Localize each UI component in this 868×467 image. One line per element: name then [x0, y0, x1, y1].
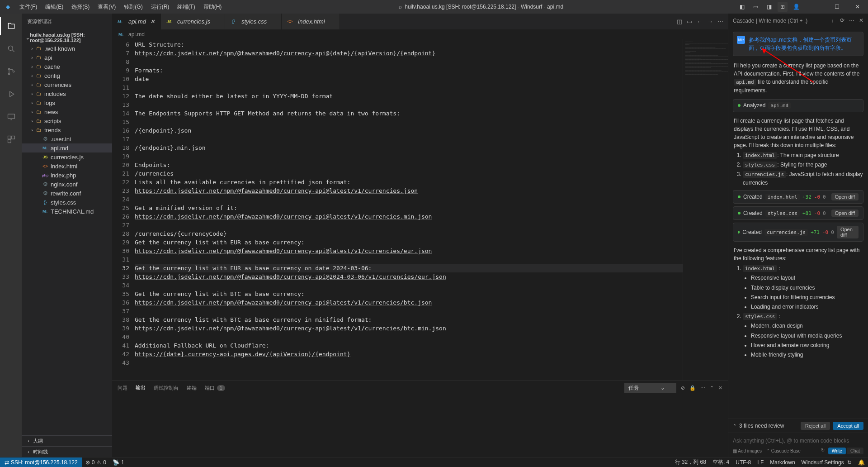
code-line[interactable]: /currencies/{currencyCode} — [135, 229, 683, 238]
new-chat-icon[interactable]: ＋ — [830, 17, 835, 25]
folder-item[interactable]: ›🗀news — [22, 107, 112, 116]
file-item[interactable]: ⚙rewrite.conf — [22, 189, 112, 198]
model-selector[interactable]: ⌃ Cascade Base — [766, 448, 801, 453]
code-line[interactable] — [135, 333, 683, 341]
code-line[interactable]: Additional Fallback URL on Cloudflare: — [135, 341, 683, 350]
panel-tab[interactable]: 问题 — [118, 383, 127, 393]
panel-clear-icon[interactable]: ⊘ — [681, 385, 685, 391]
tab-close-icon[interactable]: ✕ — [149, 18, 156, 25]
file-item[interactable]: ⚙nginx.conf — [22, 180, 112, 189]
code-line[interactable]: The date should either be latest or in Y… — [135, 92, 683, 100]
cascade-close-icon[interactable]: ✕ — [859, 17, 863, 25]
account-icon[interactable]: 👤 — [791, 2, 801, 12]
code-line[interactable]: https://cdn.jsdelivr.net/npm/@fawazahmed… — [135, 49, 683, 57]
code-line[interactable] — [135, 221, 683, 229]
code-line[interactable]: https://cdn.jsdelivr.net/npm/@fawazahmed… — [135, 212, 683, 221]
reject-all-button[interactable]: Reject all — [801, 422, 830, 430]
indent-status[interactable]: 空格: 4 — [709, 458, 732, 466]
panel-tab[interactable]: 输出 — [136, 382, 146, 393]
panel-lock-icon[interactable]: 🔒 — [689, 385, 696, 391]
editor-tab[interactable]: M↓api.md✕ — [112, 14, 161, 29]
task-dropdown[interactable]: 任务 ⌄ — [624, 383, 676, 393]
code-line[interactable] — [135, 255, 683, 264]
created-file-action[interactable]: Created styles.css +81 -0 0Open diff — [733, 206, 863, 220]
chat-mode-button[interactable]: Chat — [847, 448, 863, 454]
remote-status[interactable]: ⇄ SSH: root@156.225.18.122 — [0, 457, 82, 467]
extensions-activity[interactable] — [0, 130, 22, 148]
add-images-button[interactable]: ▦ Add images — [733, 448, 762, 453]
editor-tab[interactable]: <>index.html✕ — [282, 14, 340, 29]
editor-tab[interactable]: {}styles.css✕ — [225, 14, 282, 29]
explorer-root[interactable]: ⌄ huilv.haoai.us.kg [SSH: root@156.225.1… — [22, 31, 112, 44]
menu-item[interactable]: 选择(S) — [68, 1, 93, 13]
send-icon[interactable]: ↻ — [821, 448, 825, 454]
outline-section[interactable]: › 大纲 — [22, 435, 112, 446]
panel-tab[interactable]: 调试控制台 — [154, 383, 179, 393]
windsurf-status[interactable]: Windsurf Settings ↻ — [798, 459, 855, 466]
nav-fwd-icon[interactable]: → — [707, 18, 713, 25]
code-line[interactable]: Formats: — [135, 66, 683, 75]
minimize-button[interactable]: ─ — [806, 0, 826, 14]
lang-status[interactable]: Markdown — [767, 459, 798, 466]
code-line[interactable]: https://cdn.jsdelivr.net/npm/@fawazahmed… — [135, 247, 683, 255]
remote-activity[interactable] — [0, 108, 22, 126]
code-line[interactable] — [135, 57, 683, 66]
menu-item[interactable]: 帮助(H) — [200, 1, 226, 13]
code-line[interactable] — [135, 100, 683, 109]
sidebar-more-icon[interactable]: ⋯ — [102, 19, 107, 24]
code-line[interactable] — [135, 307, 683, 315]
code-line[interactable]: The Endpoints Supports HTTP GET Method a… — [135, 109, 683, 118]
code-line[interactable]: https://cdn.jsdelivr.net/npm/@fawazahmed… — [135, 272, 683, 281]
code-line[interactable]: https://cdn.jsdelivr.net/npm/@fawazahmed… — [135, 324, 683, 333]
menu-item[interactable]: 终端(T) — [174, 1, 198, 13]
code-line[interactable] — [135, 195, 683, 204]
folder-item[interactable]: ›🗀trends — [22, 125, 112, 134]
code-line[interactable] — [135, 135, 683, 143]
menu-item[interactable]: 转到(G) — [120, 1, 146, 13]
code-line[interactable]: Get the currency list with BTC as base c… — [135, 290, 683, 298]
scm-activity[interactable] — [0, 62, 22, 81]
maximize-button[interactable]: ☐ — [826, 0, 847, 14]
code-line[interactable]: Get the currency list with EUR as base c… — [135, 264, 683, 272]
file-item[interactable]: M↓TECHNICAL.md — [22, 207, 112, 216]
open-diff-button[interactable]: Open diff — [831, 210, 859, 217]
code-line[interactable]: Get the currency list with EUR as base c… — [135, 238, 683, 247]
minimap[interactable]: ▬▬▬▬▬▬▬▬▬▬▬▬▬▬▬▬▬▬▬▬▬▬▬▬▬▬▬▬▬▬▬▬▬▬▬▬▬▬▬▬… — [683, 39, 728, 380]
write-mode-button[interactable]: Write — [828, 448, 846, 454]
eol-status[interactable]: LF — [754, 459, 767, 466]
file-item[interactable]: M↓api.md — [22, 143, 112, 152]
panel-maximize-icon[interactable]: ⌃ — [710, 385, 714, 391]
panel-tab[interactable]: 端口 1 — [205, 383, 225, 393]
ports-status[interactable]: 📡1 — [109, 457, 127, 467]
file-item[interactable]: {}styles.css — [22, 198, 112, 207]
menu-item[interactable]: 编辑(E) — [42, 1, 67, 13]
file-item[interactable]: ⚙.user.ini — [22, 134, 112, 143]
layout-primary-icon[interactable]: ◧ — [737, 2, 747, 12]
code-line[interactable]: /{endpoint}.min.json — [135, 143, 683, 152]
folder-item[interactable]: ›🗀logs — [22, 98, 112, 107]
history-icon[interactable]: ⟳ — [840, 17, 844, 25]
layout-secondary-icon[interactable]: ◨ — [764, 2, 774, 12]
editor-more-icon[interactable]: ⋯ — [717, 18, 723, 25]
folder-item[interactable]: ›🗀.well-known — [22, 44, 112, 53]
panel-close-icon[interactable]: ✕ — [718, 385, 722, 391]
analyzed-action[interactable]: Analyzed api.md — [733, 99, 863, 112]
command-center[interactable]: ⌕ huilv.haoai.us.kg [SSH: root@156.225.1… — [225, 4, 737, 10]
search-activity[interactable] — [0, 40, 22, 58]
created-file-action[interactable]: Created currencies.js +71 -0 0Open diff — [733, 223, 863, 242]
file-item[interactable]: JScurrencies.js — [22, 152, 112, 162]
debug-activity[interactable] — [0, 85, 22, 103]
editor-tab[interactable]: JScurrencies.js✕ — [161, 14, 225, 29]
breadcrumb-file[interactable]: api.md — [128, 31, 145, 38]
file-item[interactable]: <>index.html — [22, 162, 112, 171]
code-line[interactable]: date — [135, 75, 683, 83]
customize-layout-icon[interactable]: ⊞ — [778, 2, 788, 12]
notifications-icon[interactable]: 🔔 — [855, 459, 868, 466]
chevron-up-icon[interactable]: ⌃ — [733, 424, 736, 429]
code-line[interactable]: Endpoints: — [135, 161, 683, 169]
created-file-action[interactable]: Created index.html +32 -0 0Open diff — [733, 190, 863, 204]
code-line[interactable]: Get the currency list with BTC as base c… — [135, 315, 683, 324]
code-line[interactable] — [135, 281, 683, 290]
accept-all-button[interactable]: Accept all — [833, 422, 863, 430]
folder-item[interactable]: ›🗀includes — [22, 89, 112, 98]
